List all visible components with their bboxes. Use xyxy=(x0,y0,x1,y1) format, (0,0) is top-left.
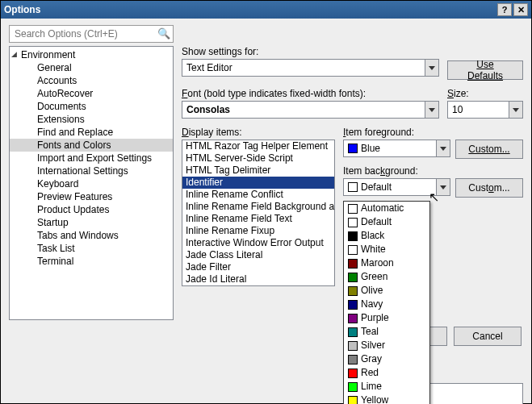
chevron-down-icon xyxy=(509,102,522,118)
chevron-down-icon xyxy=(425,60,438,76)
color-option[interactable]: Default xyxy=(344,215,429,229)
show-settings-label: Show settings for: xyxy=(182,46,439,57)
list-item[interactable]: Inline Rename Field Text xyxy=(182,213,334,225)
search-input[interactable] xyxy=(9,25,174,43)
tree-item[interactable]: Task List xyxy=(10,242,173,255)
tree-item[interactable]: Product Updates xyxy=(10,203,173,216)
tree-item[interactable]: Preview Features xyxy=(10,190,173,203)
tree-item[interactable]: Find and Replace xyxy=(10,126,173,139)
tree-item[interactable]: General xyxy=(10,61,173,74)
color-option[interactable]: Maroon xyxy=(344,256,429,270)
tree-root[interactable]: Environment xyxy=(10,48,173,61)
bg-custom-button[interactable]: Custom... xyxy=(455,178,523,198)
list-item[interactable]: Inline Rename Field Background and … xyxy=(182,201,334,213)
item-fg-combo[interactable]: Blue xyxy=(343,140,450,157)
close-button[interactable]: ✕ xyxy=(513,3,528,16)
dialog-title: Options xyxy=(4,4,40,15)
tree-item[interactable]: Documents xyxy=(10,100,173,113)
color-option[interactable]: Silver xyxy=(344,339,429,352)
tree-item[interactable]: Fonts and Colors xyxy=(10,139,173,152)
color-option[interactable]: Navy xyxy=(344,298,429,311)
color-option[interactable]: Teal xyxy=(344,325,429,339)
list-item[interactable]: HTML Razor Tag Helper Element xyxy=(182,140,334,152)
color-option[interactable]: Gray xyxy=(344,352,429,366)
tree-item[interactable]: Keyboard xyxy=(10,177,173,190)
tree-item[interactable]: Accounts xyxy=(10,74,173,87)
search-box[interactable]: 🔍 xyxy=(9,25,174,43)
list-item[interactable]: HTML Tag Delimiter xyxy=(182,165,334,177)
chevron-down-icon xyxy=(425,102,438,118)
color-option[interactable]: Purple xyxy=(344,311,429,325)
list-item[interactable]: Identifier xyxy=(182,177,334,189)
item-fg-label: Item foreground: xyxy=(343,127,523,138)
item-bg-combo[interactable]: Default xyxy=(343,178,450,196)
tree-item[interactable]: Extensions xyxy=(10,113,173,126)
tree-item[interactable]: AutoRecover xyxy=(10,87,173,100)
use-defaults-button[interactable]: Use Defaults xyxy=(447,60,523,80)
list-item[interactable]: Interactive Window Error Output xyxy=(182,237,334,249)
tree-item[interactable]: International Settings xyxy=(10,165,173,177)
display-items-label: Display items: xyxy=(182,127,335,138)
titlebar: Options ? ✕ xyxy=(1,1,531,19)
help-button[interactable]: ? xyxy=(497,3,512,16)
search-icon: 🔍 xyxy=(157,27,170,40)
color-option[interactable]: Lime xyxy=(344,380,429,394)
chevron-down-icon xyxy=(436,140,450,156)
font-label: Font (bold type indicates fixed-width fo… xyxy=(182,88,439,99)
item-bg-label: Item background: xyxy=(343,165,523,177)
tree-item[interactable]: Terminal xyxy=(10,255,173,268)
color-option[interactable]: Olive xyxy=(344,284,429,298)
fg-custom-button[interactable]: Custom... xyxy=(455,140,523,159)
color-option[interactable]: White xyxy=(344,243,429,256)
list-item[interactable]: Inline Rename Conflict xyxy=(182,189,334,201)
list-item[interactable]: Inline Rename Fixup xyxy=(182,225,334,237)
list-item[interactable]: Jade Id Literal xyxy=(182,273,334,285)
color-option[interactable]: Automatic xyxy=(344,202,429,215)
tree-item[interactable]: Tabs and Windows xyxy=(10,229,173,242)
color-option[interactable]: Yellow xyxy=(344,394,429,404)
display-items-list[interactable]: HTML Razor Tag Helper ElementHTML Server… xyxy=(182,140,335,286)
size-label: Size: xyxy=(447,88,523,99)
color-dropdown[interactable]: AutomaticDefaultBlackWhiteMaroonGreenOli… xyxy=(343,201,430,404)
options-dialog: Options ? ✕ 🔍 EnvironmentGeneralAccounts… xyxy=(0,0,532,404)
size-combo[interactable]: 10 xyxy=(447,101,523,119)
tree-item[interactable]: Import and Export Settings xyxy=(10,152,173,165)
list-item[interactable]: Jade Class Literal xyxy=(182,249,334,261)
font-combo[interactable]: Consolas xyxy=(182,101,439,119)
color-option[interactable]: Green xyxy=(344,270,429,284)
category-tree[interactable]: EnvironmentGeneralAccountsAutoRecoverDoc… xyxy=(9,46,174,320)
list-item[interactable]: HTML Server-Side Script xyxy=(182,152,334,165)
tree-item[interactable]: Startup xyxy=(10,216,173,229)
list-item[interactable]: Jade Filter xyxy=(182,261,334,273)
color-option[interactable]: Black xyxy=(344,229,429,243)
chevron-down-icon xyxy=(436,179,450,195)
color-option[interactable]: Red xyxy=(344,366,429,380)
show-settings-combo[interactable]: Text Editor xyxy=(182,59,439,77)
